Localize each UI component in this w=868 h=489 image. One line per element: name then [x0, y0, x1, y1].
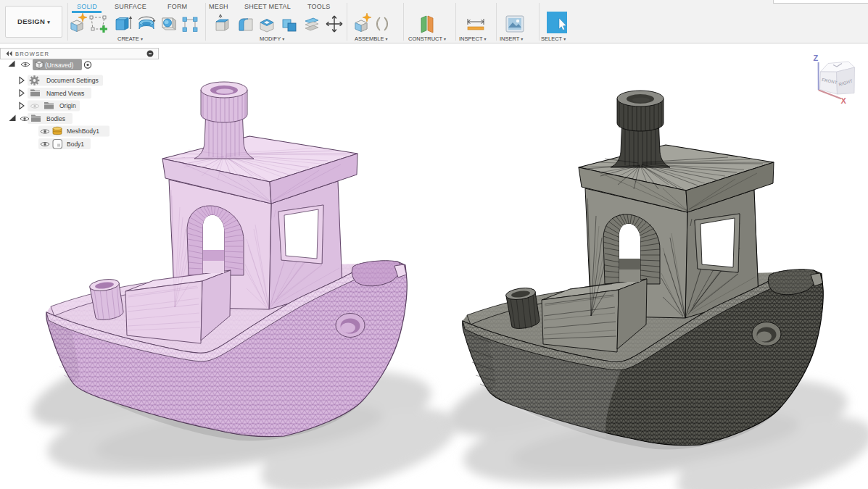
- svg-text:X: X: [841, 96, 847, 105]
- svg-text:Named Views: Named Views: [46, 90, 84, 97]
- svg-text:Document Settings: Document Settings: [46, 77, 99, 84]
- svg-text:(Unsaved): (Unsaved): [45, 62, 73, 69]
- svg-text:Origin: Origin: [59, 102, 76, 109]
- svg-text:Body1: Body1: [67, 141, 84, 148]
- svg-text:MeshBody1: MeshBody1: [67, 128, 99, 135]
- svg-text:Z: Z: [814, 54, 819, 62]
- svg-text:Bodies: Bodies: [46, 115, 65, 122]
